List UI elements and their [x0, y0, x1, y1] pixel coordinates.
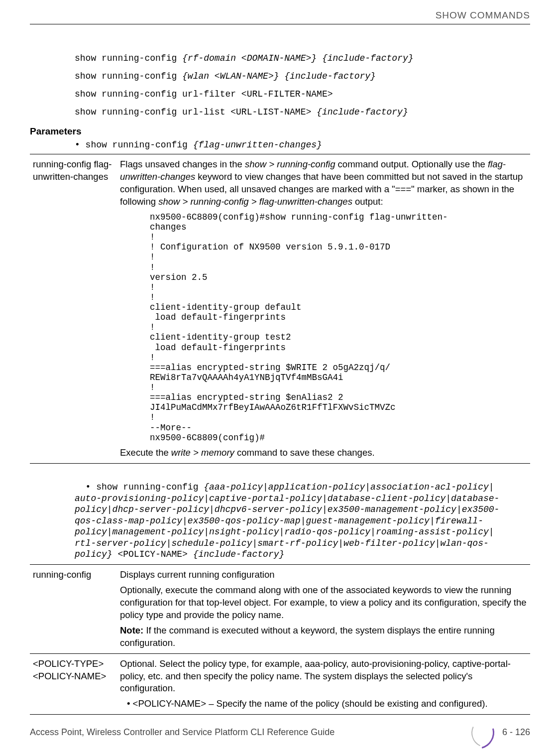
desc-p2: Optionally, execute the command along wi…: [120, 584, 527, 622]
page-footer: Access Point, Wireless Controller and Se…: [30, 722, 530, 742]
command-syntax-block: show running-config {rf-domain <DOMAIN-N…: [75, 49, 530, 121]
cmd-line-2: show running-config {wlan <WLAN-NAME>} {…: [75, 67, 530, 85]
param-table-2: running-config Displays current running …: [30, 564, 530, 715]
desc-note: Note: If the command is executed without…: [120, 625, 527, 649]
header-rule: [30, 24, 530, 24]
brand-swoosh-icon: [470, 722, 493, 742]
param-desc-cell: Flags unsaved changes in the show > runn…: [117, 154, 530, 464]
param-bullet-2: • show running-config {aaa-policy|applic…: [75, 471, 530, 560]
page-number: 6 - 126: [502, 727, 530, 738]
footer-pagenum: 6 - 126: [470, 722, 530, 742]
desc-sub-bullet: • <POLICY-NAME> – Specify the name of th…: [127, 698, 527, 710]
table-row: running-config flag-unwritten-changes Fl…: [30, 154, 530, 464]
code-output: nx9500-6C8809(config)#show running-confi…: [150, 212, 527, 443]
footer-title: Access Point, Wireless Controller and Se…: [30, 727, 335, 738]
param-name-cell: running-config: [30, 564, 117, 653]
table-row: <POLICY-TYPE> <POLICY-NAME> Optional. Se…: [30, 653, 530, 715]
param-desc-cell: Displays current running configuration O…: [117, 564, 530, 653]
param-table-1: running-config flag-unwritten-changes Fl…: [30, 154, 530, 464]
param-desc-intro: Flags unsaved changes in the show > runn…: [120, 158, 527, 208]
param-bullet-1: • show running-config {flag-unwritten-ch…: [75, 140, 530, 150]
param-name-cell: running-config flag-unwritten-changes: [30, 154, 117, 464]
cmd-line-3: show running-config url-filter <URL-FILT…: [75, 85, 530, 103]
param-desc-tail: Execute the write > memory command to sa…: [120, 447, 527, 459]
header-category: SHOW COMMANDS: [30, 10, 530, 21]
cmd-line-4: show running-config url-list <URL-LIST-N…: [75, 103, 530, 121]
table-row: running-config Displays current running …: [30, 564, 530, 653]
parameters-heading: Parameters: [30, 126, 530, 137]
cmd-line-1: show running-config {rf-domain <DOMAIN-N…: [75, 49, 530, 67]
param-desc-cell: Optional. Select the policy type, for ex…: [117, 653, 530, 715]
desc-p1: Displays current running configuration: [120, 569, 527, 581]
param-name-cell: <POLICY-TYPE> <POLICY-NAME>: [30, 653, 117, 715]
desc-p1: Optional. Select the policy type, for ex…: [120, 658, 527, 695]
